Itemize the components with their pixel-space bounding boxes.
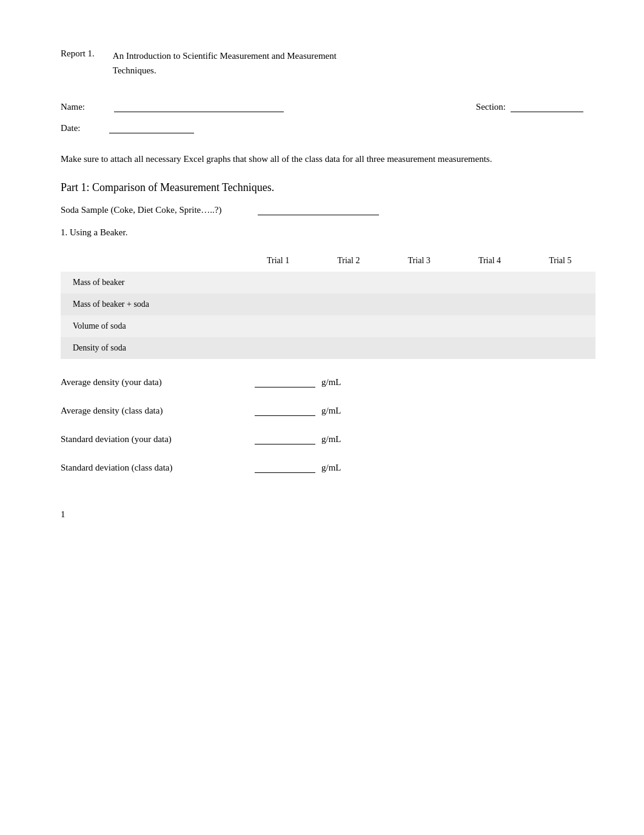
section-input-line[interactable] <box>511 102 583 112</box>
cell-mass-beaker-soda-t5[interactable] <box>525 293 595 315</box>
avg-density-your-data-row: Average density (your data) g/mL <box>61 377 595 387</box>
name-group: Name: <box>61 102 284 112</box>
col-header-trial3: Trial 3 <box>384 250 454 272</box>
report-number: Report 1. <box>61 49 95 78</box>
cell-volume-soda-t4[interactable] <box>454 315 525 337</box>
avg-density-your-unit: g/mL <box>321 377 341 387</box>
cell-mass-beaker-soda-t4[interactable] <box>454 293 525 315</box>
data-table: Trial 1 Trial 2 Trial 3 Trial 4 Trial 5 … <box>61 250 595 359</box>
name-input-line[interactable] <box>114 102 284 112</box>
cell-density-soda-t1[interactable] <box>243 337 313 359</box>
date-row: Date: <box>61 123 595 133</box>
std-dev-class-label: Standard deviation (class data) <box>61 463 255 473</box>
name-section-row: Name: Section: <box>61 102 595 112</box>
section-group: Section: <box>476 102 583 112</box>
std-dev-your-data-row: Standard deviation (your data) g/mL <box>61 434 595 444</box>
cell-density-soda-t3[interactable] <box>384 337 454 359</box>
avg-density-class-label: Average density (class data) <box>61 406 255 416</box>
col-header-trial1: Trial 1 <box>243 250 313 272</box>
section-label: Section: <box>476 102 506 112</box>
std-dev-class-input-line[interactable] <box>255 463 315 473</box>
cell-density-soda-t2[interactable] <box>314 337 384 359</box>
std-dev-class-data-row: Standard deviation (class data) g/mL <box>61 463 595 473</box>
cell-volume-soda-t3[interactable] <box>384 315 454 337</box>
avg-density-class-unit: g/mL <box>321 406 341 416</box>
table-row: Mass of beaker + soda <box>61 293 595 315</box>
part1-heading: Part 1: Comparison of Measurement Techni… <box>61 181 595 194</box>
numbered-item-beaker: 1. Using a Beaker. <box>61 227 595 238</box>
cell-mass-beaker-t3[interactable] <box>384 272 454 293</box>
report-title-line2: Techniques. <box>113 63 337 78</box>
report-title-block: Report 1. An Introduction to Scientific … <box>61 49 595 78</box>
cell-mass-beaker-t2[interactable] <box>314 272 384 293</box>
cell-density-soda-t4[interactable] <box>454 337 525 359</box>
cell-density-soda-t5[interactable] <box>525 337 595 359</box>
cell-mass-beaker-soda-t2[interactable] <box>314 293 384 315</box>
row-label-volume-soda: Volume of soda <box>61 315 243 337</box>
row-label-density-soda: Density of soda <box>61 337 243 359</box>
col-header-trial4: Trial 4 <box>454 250 525 272</box>
cell-volume-soda-t1[interactable] <box>243 315 313 337</box>
cell-volume-soda-t2[interactable] <box>314 315 384 337</box>
cell-mass-beaker-soda-t3[interactable] <box>384 293 454 315</box>
avg-density-class-data-row: Average density (class data) g/mL <box>61 406 595 416</box>
avg-density-your-label: Average density (your data) <box>61 377 255 387</box>
std-dev-your-input-line[interactable] <box>255 435 315 444</box>
std-dev-your-unit: g/mL <box>321 434 341 444</box>
report-title-line1: An Introduction to Scientific Measuremen… <box>113 49 337 63</box>
row-label-mass-beaker: Mass of beaker <box>61 272 243 293</box>
soda-sample-label: Soda Sample (Coke, Diet Coke, Sprite…..?… <box>61 205 221 215</box>
col-header-trial2: Trial 2 <box>314 250 384 272</box>
table-row: Mass of beaker <box>61 272 595 293</box>
soda-sample-input-line[interactable] <box>258 206 379 215</box>
col-header-trial5: Trial 5 <box>525 250 595 272</box>
avg-density-your-input-line[interactable] <box>255 378 315 387</box>
report-title-text: An Introduction to Scientific Measuremen… <box>113 49 337 78</box>
cell-volume-soda-t5[interactable] <box>525 315 595 337</box>
instruction-text: Make sure to attach all necessary Excel … <box>61 152 595 166</box>
table-header-row: Trial 1 Trial 2 Trial 3 Trial 4 Trial 5 <box>61 250 595 272</box>
avg-density-class-input-line[interactable] <box>255 406 315 416</box>
page-number: 1 <box>61 509 595 520</box>
cell-mass-beaker-t1[interactable] <box>243 272 313 293</box>
name-label: Name: <box>61 102 109 112</box>
cell-mass-beaker-t5[interactable] <box>525 272 595 293</box>
table-row: Density of soda <box>61 337 595 359</box>
std-dev-your-label: Standard deviation (your data) <box>61 434 255 444</box>
date-label: Date: <box>61 123 109 133</box>
cell-mass-beaker-soda-t1[interactable] <box>243 293 313 315</box>
cell-mass-beaker-t4[interactable] <box>454 272 525 293</box>
date-input-line[interactable] <box>109 124 194 133</box>
soda-sample-row: Soda Sample (Coke, Diet Coke, Sprite…..?… <box>61 205 595 215</box>
col-header-label <box>61 250 243 272</box>
std-dev-class-unit: g/mL <box>321 463 341 473</box>
row-label-mass-beaker-soda: Mass of beaker + soda <box>61 293 243 315</box>
table-row: Volume of soda <box>61 315 595 337</box>
